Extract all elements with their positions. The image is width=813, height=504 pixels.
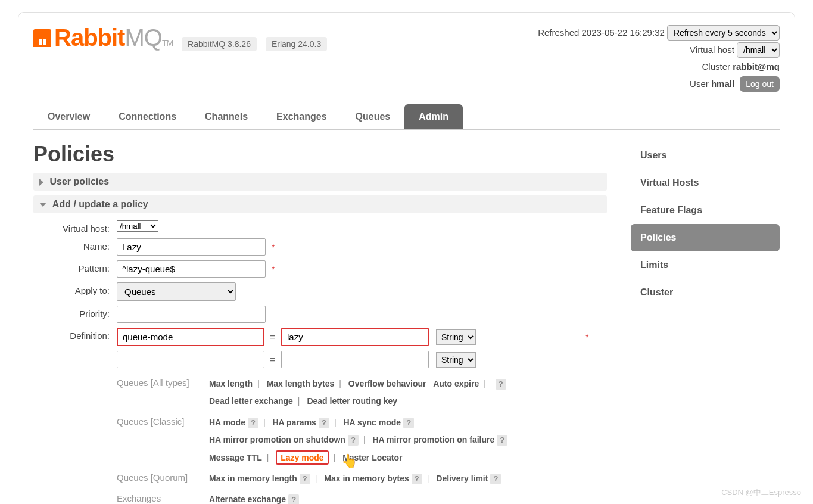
user-label: User [690, 79, 709, 89]
vhost-select[interactable]: /hmall [737, 42, 780, 58]
section-add-policy[interactable]: Add / update a policy [33, 195, 607, 213]
hint-mem-length[interactable]: Max in memory length [209, 474, 297, 483]
hint-ha-params[interactable]: HA params [272, 418, 316, 427]
chevron-down-icon [39, 203, 46, 207]
page-title: Policies [33, 142, 607, 167]
select-apply-to[interactable]: Queues [117, 282, 236, 301]
logo: RabbitMQTM [33, 24, 173, 51]
select-def-type-2[interactable]: String [436, 352, 476, 368]
watermark: CSDN @中二Espresso [721, 487, 801, 498]
label-name: Name: [33, 238, 117, 251]
tab-admin[interactable]: Admin [404, 104, 463, 129]
hint-ha-mode[interactable]: HA mode [209, 418, 245, 427]
hint-dlx[interactable]: Dead letter exchange [209, 396, 293, 406]
required-mark: * [585, 332, 588, 342]
label-vhost: Virtual host: [33, 220, 117, 234]
user-name: hmall [711, 79, 734, 89]
hint-max-length[interactable]: Max length [209, 379, 253, 388]
sidebar-item-limits[interactable]: Limits [631, 251, 780, 279]
refresh-interval-select[interactable]: Refresh every 5 seconds [667, 25, 780, 41]
input-def-val[interactable] [281, 328, 429, 346]
hint-ha-shutdown[interactable]: HA mirror promotion on shutdown [209, 435, 345, 444]
sidebar-item-flags[interactable]: Feature Flags [631, 197, 780, 224]
input-priority[interactable] [117, 306, 266, 323]
section-user-policies[interactable]: User policies [33, 173, 607, 191]
hint-label-all: Queues [All types] [117, 375, 209, 388]
input-name[interactable] [117, 238, 266, 256]
tab-connections[interactable]: Connections [104, 104, 191, 129]
label-priority: Priority: [33, 306, 117, 319]
hint-label-quorum: Queues [Quorum] [117, 470, 209, 483]
hint-ha-failure[interactable]: HA mirror promotion on failure [372, 435, 494, 444]
label-apply-to: Apply to: [33, 282, 117, 295]
logout-button[interactable]: Log out [740, 76, 780, 92]
rabbitmq-icon [33, 29, 51, 47]
input-def-key[interactable] [117, 328, 264, 346]
label-definition: Definition: [33, 328, 117, 341]
select-vhost[interactable]: /hmall [117, 220, 158, 232]
help-icon[interactable]: ? [300, 474, 310, 484]
help-icon[interactable]: ? [319, 418, 329, 428]
refreshed-time: 2023-06-22 16:29:32 [582, 27, 665, 38]
hint-ha-sync[interactable]: HA sync mode [343, 418, 401, 427]
label-pattern: Pattern: [33, 260, 117, 273]
cursor-icon: 👆 [341, 447, 357, 475]
rabbitmq-version: RabbitMQ 3.8.26 [182, 37, 257, 51]
tab-overview[interactable]: Overview [33, 104, 104, 129]
required-mark: * [272, 265, 275, 274]
hint-msg-ttl[interactable]: Message TTL [209, 453, 262, 462]
hint-lazy-mode[interactable]: Lazy mode [276, 450, 328, 465]
help-icon[interactable]: ? [248, 418, 258, 428]
tab-channels[interactable]: Channels [191, 104, 262, 129]
input-def-key-2[interactable] [117, 351, 264, 368]
required-mark: * [272, 242, 275, 252]
vhost-label: Virtual host [690, 45, 734, 55]
hint-max-length-bytes[interactable]: Max length bytes [267, 379, 335, 388]
help-icon[interactable]: ? [497, 435, 507, 446]
help-icon[interactable]: ? [348, 435, 359, 446]
select-def-type[interactable]: String [436, 329, 476, 345]
help-icon[interactable]: ? [412, 474, 422, 484]
sidebar-item-policies[interactable]: Policies [631, 224, 780, 251]
sidebar-item-vhosts[interactable]: Virtual Hosts [631, 169, 780, 197]
help-icon[interactable]: ? [490, 474, 501, 484]
erlang-version: Erlang 24.0.3 [266, 37, 327, 51]
hint-label-classic: Queues [Classic] [117, 414, 209, 427]
help-icon[interactable]: ? [496, 379, 506, 390]
sidebar-item-cluster[interactable]: Cluster [631, 279, 780, 306]
sidebar-item-users[interactable]: Users [631, 142, 780, 169]
hint-delivery-limit[interactable]: Delivery limit [436, 474, 488, 483]
hint-dlrk[interactable]: Dead letter routing key [307, 396, 397, 406]
hint-mem-bytes[interactable]: Max in memory bytes [324, 474, 409, 483]
input-pattern[interactable] [117, 260, 266, 278]
cluster-label: Cluster [702, 61, 731, 71]
chevron-right-icon [39, 179, 43, 186]
main-nav: Overview Connections Channels Exchanges … [33, 104, 780, 130]
input-def-val-2[interactable] [281, 351, 429, 368]
help-icon[interactable]: ? [288, 494, 299, 504]
equals-sign: = [267, 354, 279, 365]
hint-auto-expire[interactable]: Auto expire [433, 379, 479, 388]
admin-sidebar: Users Virtual Hosts Feature Flags Polici… [631, 142, 780, 504]
hint-alt-exchange[interactable]: Alternate exchange [209, 494, 286, 504]
tab-queues[interactable]: Queues [341, 104, 405, 129]
cluster-name: rabbit@mq [733, 61, 780, 71]
help-icon[interactable]: ? [403, 418, 414, 428]
hint-label-exchanges: Exchanges [117, 491, 209, 503]
refreshed-label: Refreshed [538, 27, 579, 38]
tab-exchanges[interactable]: Exchanges [262, 104, 341, 129]
equals-sign: = [267, 332, 279, 343]
hint-overflow[interactable]: Overflow behaviour [348, 379, 426, 388]
